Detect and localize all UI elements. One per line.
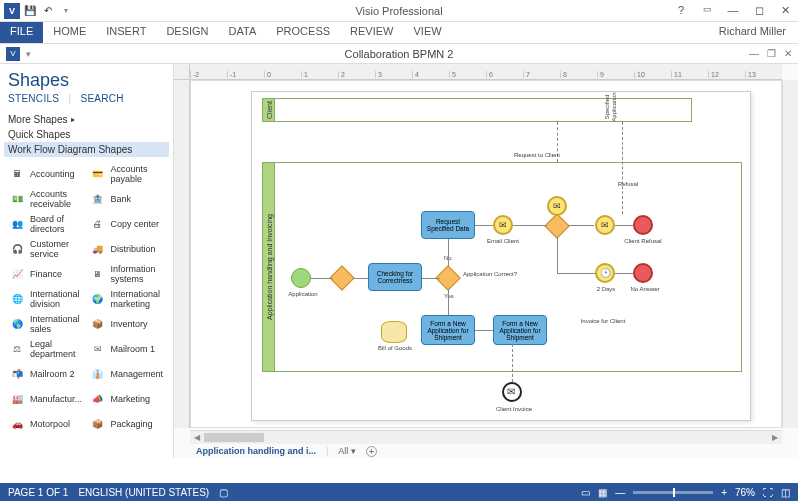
event-email-client[interactable]: ✉	[493, 215, 513, 235]
doc-more-icon[interactable]: ▾	[26, 49, 31, 59]
event-top-msg[interactable]: ✉	[547, 196, 567, 216]
scroll-track[interactable]	[204, 431, 768, 444]
ruler-vertical[interactable]	[174, 80, 190, 428]
shape-item[interactable]: ✉Mailroom 1	[89, 338, 166, 360]
shape-item[interactable]: 👔Management	[89, 363, 166, 385]
ribbon: FILE HOME INSERT DESIGN DATA PROCESS REV…	[0, 22, 798, 44]
end-client-invoice[interactable]: ✉	[502, 382, 522, 402]
app-title: Visio Professional	[355, 5, 442, 17]
drawing-canvas[interactable]: Client Application handling and Invoicin…	[190, 80, 782, 428]
shape-item[interactable]: 🚚Distribution	[89, 238, 166, 260]
status-lang[interactable]: ENGLISH (UNITED STATES)	[78, 487, 209, 498]
minimize-icon[interactable]: —	[724, 4, 742, 17]
view-presentation-icon[interactable]: ▭	[581, 487, 590, 498]
save-icon[interactable]: 💾	[22, 3, 38, 19]
zoom-value[interactable]: 76%	[735, 487, 755, 498]
user-label[interactable]: Richard Miller	[707, 22, 798, 43]
data-bill[interactable]	[381, 321, 407, 343]
scroll-thumb[interactable]	[204, 433, 264, 442]
gateway-1[interactable]	[329, 265, 354, 290]
scrollbar-vertical[interactable]	[782, 80, 798, 428]
zoom-slider[interactable]	[633, 491, 713, 494]
shape-item[interactable]: 📣Marketing	[89, 388, 166, 410]
visio-app-icon[interactable]: V	[4, 3, 20, 19]
end-no-answer[interactable]	[633, 263, 653, 283]
ribbon-collapse-icon[interactable]: ▭	[698, 4, 716, 17]
page-tab-active[interactable]: Application handling and i...	[196, 446, 316, 456]
event-timer[interactable]: 🕑	[595, 263, 615, 283]
tab-design[interactable]: DESIGN	[156, 22, 218, 43]
shape-item[interactable]: 📈Finance	[8, 263, 85, 285]
doc-minimize-icon[interactable]: —	[749, 48, 759, 59]
shape-item[interactable]: 🏦Bank	[89, 188, 166, 210]
shape-item[interactable]: 🖩Accounting	[8, 163, 85, 185]
drawing-page[interactable]: Client Application handling and Invoicin…	[251, 91, 751, 421]
more-shapes-link[interactable]: More Shapes ▸	[8, 114, 165, 125]
page-tab-add[interactable]: ＋	[366, 446, 377, 457]
fit-page-icon[interactable]: ⛶	[763, 487, 773, 498]
maximize-icon[interactable]: ◻	[750, 4, 768, 17]
end-client-refusal[interactable]	[633, 215, 653, 235]
scroll-right-icon[interactable]: ▶	[768, 431, 782, 444]
status-record-icon[interactable]: ▢	[219, 487, 228, 498]
shape-item[interactable]: 🖨Copy center	[89, 213, 166, 235]
shape-item[interactable]: 🌐International division	[8, 288, 85, 310]
ruler-tick: 0	[264, 71, 301, 78]
tab-view[interactable]: VIEW	[403, 22, 451, 43]
quick-shapes-link[interactable]: Quick Shapes	[8, 129, 165, 140]
shape-item[interactable]: 💵Accounts receivable	[8, 188, 85, 210]
shape-item[interactable]: 🚗Motorpool	[8, 413, 85, 435]
ruler-tick: 6	[486, 71, 523, 78]
doc-restore-icon[interactable]: ❐	[767, 48, 776, 59]
close-icon[interactable]: ✕	[776, 4, 794, 17]
shape-item[interactable]: 📬Mailroom 2	[8, 363, 85, 385]
tab-search[interactable]: SEARCH	[80, 93, 123, 104]
shape-icon: 💵	[8, 192, 26, 206]
shape-item[interactable]: 💳Accounts payable	[89, 163, 166, 185]
scrollbar-horizontal[interactable]: ◀ ▶	[190, 430, 782, 444]
tab-stencils[interactable]: STENCILS	[8, 93, 59, 104]
task-form1[interactable]: Form a New Application for Shipment	[421, 315, 475, 345]
start-event[interactable]	[291, 268, 311, 288]
shape-item[interactable]: 🏭Manufactur...	[8, 388, 85, 410]
task-request[interactable]: Request Specified Data	[421, 211, 475, 239]
doc-close-icon[interactable]: ✕	[784, 48, 792, 59]
stencil-selected[interactable]: Work Flow Diagram Shapes	[4, 142, 169, 157]
zoom-in-icon[interactable]: +	[721, 487, 727, 498]
window-buttons: ? ▭ — ◻ ✕	[672, 4, 794, 17]
gateway-3[interactable]	[544, 213, 569, 238]
shape-icon: 🌐	[8, 292, 26, 306]
shape-item[interactable]: 🎧Customer service	[8, 238, 85, 260]
view-normal-icon[interactable]: ▦	[598, 487, 607, 498]
tab-review[interactable]: REVIEW	[340, 22, 403, 43]
tab-data[interactable]: DATA	[219, 22, 267, 43]
task-check[interactable]: Checking for Correctness	[368, 263, 422, 291]
task-form2[interactable]: Form a New Application for Shipment	[493, 315, 547, 345]
tab-insert[interactable]: INSERT	[96, 22, 156, 43]
undo-icon[interactable]: ↶	[40, 3, 56, 19]
shape-item[interactable]: 🖥Information systems	[89, 263, 166, 285]
tab-file[interactable]: FILE	[0, 22, 43, 43]
pool-client[interactable]: Client	[262, 98, 692, 122]
ruler-horizontal[interactable]: -2-1012345678910111213	[190, 64, 782, 80]
page-tab-all[interactable]: All ▾	[338, 446, 356, 456]
shape-item[interactable]: 🌎International sales	[8, 313, 85, 335]
zoom-out-icon[interactable]: —	[615, 487, 625, 498]
tab-home[interactable]: HOME	[43, 22, 96, 43]
doc-visio-icon[interactable]: V	[6, 47, 20, 61]
pan-zoom-icon[interactable]: ◫	[781, 487, 790, 498]
qat-more-icon[interactable]: ▾	[58, 3, 74, 19]
shape-item[interactable]: ⚖Legal department	[8, 338, 85, 360]
status-page[interactable]: PAGE 1 OF 1	[8, 487, 68, 498]
help-icon[interactable]: ?	[672, 4, 690, 17]
shape-item[interactable]: 🌍International marketing	[89, 288, 166, 310]
shape-item[interactable]: 👥Board of directors	[8, 213, 85, 235]
event-refusal[interactable]: ✉	[595, 215, 615, 235]
shape-label: International division	[30, 289, 85, 309]
shape-item[interactable]: 📦Packaging	[89, 413, 166, 435]
scroll-left-icon[interactable]: ◀	[190, 431, 204, 444]
pool-main[interactable]: Application handling and Invoicing Appli…	[262, 162, 742, 372]
shape-item[interactable]: 📦Inventory	[89, 313, 166, 335]
shape-label: Packaging	[111, 419, 153, 429]
tab-process[interactable]: PROCESS	[266, 22, 340, 43]
